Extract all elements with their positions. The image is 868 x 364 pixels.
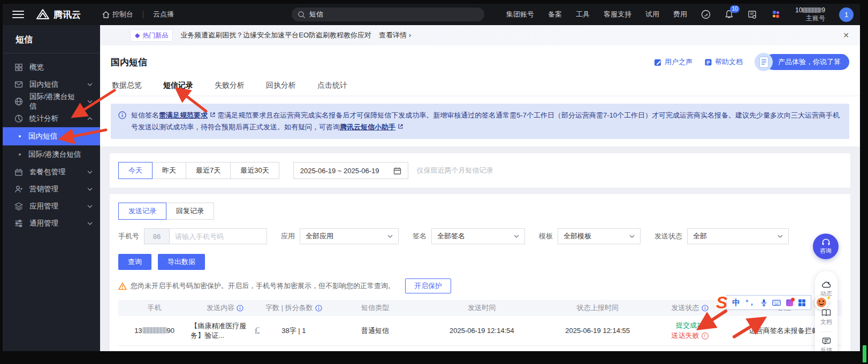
ime-language-toggle[interactable]: 中 <box>732 298 740 308</box>
sparkle-icon: ✦ <box>826 295 831 301</box>
hamburger-menu-icon[interactable] <box>12 11 24 18</box>
phone-blur <box>142 327 167 334</box>
pill-illustration <box>755 53 773 71</box>
menu-beian[interactable]: 备案 <box>548 10 562 19</box>
info-icon[interactable] <box>315 305 322 312</box>
promo-icon[interactable] <box>701 10 711 19</box>
sidebar-item-domestic-sms[interactable]: 国内短信 <box>3 76 100 93</box>
lexiang-colorful-icon[interactable] <box>771 9 781 20</box>
col-phone: 手机 <box>118 303 191 313</box>
menu-support[interactable]: 客服支持 <box>604 10 631 19</box>
clipboard-icon[interactable] <box>786 299 793 306</box>
ime-punctuation-toggle[interactable]: °， <box>745 298 755 307</box>
reply-records-tab[interactable]: 回复记录 <box>166 203 214 220</box>
help-doc-link[interactable]: 帮助文档 <box>704 57 743 67</box>
export-button[interactable]: 导出数据 <box>158 254 205 270</box>
phone-input[interactable] <box>170 228 267 244</box>
action-buttons: 查询 导出数据 <box>118 254 842 270</box>
today-button[interactable]: 今天 <box>118 162 153 179</box>
avatar[interactable]: 1 <box>839 7 854 22</box>
sidebar-item-overview[interactable]: 概览 <box>3 59 100 76</box>
product-experience-pill[interactable]: 产品体验，你说了算 <box>755 53 849 71</box>
enable-protection-button[interactable]: 开启保护 <box>405 278 451 293</box>
tab-failure-analysis[interactable]: 失败分析 <box>214 78 246 96</box>
menu-tools[interactable]: 工具 <box>576 10 590 19</box>
contract-doc-icon[interactable] <box>748 10 757 19</box>
last7days-button[interactable]: 最近7天 <box>186 162 231 179</box>
tab-receipt-analysis[interactable]: 回执分析 <box>265 78 297 96</box>
phone-label: 手机号 <box>118 231 139 241</box>
encrypt-warning-text: 您尚未开启手机号码加密保护。开启后，手机号将加密展示，但不影响您的正常查询。 <box>131 281 395 291</box>
table-row[interactable]: 1390 【痛康精准医疗服务】验证... 38字 | 1 普通短信 2025-0… <box>118 316 842 346</box>
cloud-logo-icon <box>36 9 50 20</box>
sidebar-item-package-mgmt[interactable]: 套餐包管理 <box>3 164 100 181</box>
yesterday-button[interactable]: 昨天 <box>152 162 186 179</box>
sms-assistant-link[interactable]: 腾讯云短信小助手 <box>340 123 395 131</box>
apps-grid-icon[interactable] <box>798 299 805 306</box>
query-button[interactable]: 查询 <box>118 254 151 270</box>
records-card: 发送记录 回复记录 手机号 86 应用 全部应用 <box>110 194 850 351</box>
send-records-tab[interactable]: 发送记录 <box>118 203 166 220</box>
cell-report-time: 2025-06-19 12:14:55 <box>542 327 654 335</box>
mail-icon <box>14 80 23 89</box>
status-success: 提交成功 <box>676 321 704 330</box>
sidebar-divider <box>3 53 100 53</box>
signature-select[interactable]: 全部签名 <box>431 228 525 244</box>
sidebar-subitem-domestic-sms[interactable]: 国内短信 <box>3 127 100 145</box>
banner-detail-link[interactable]: 查看详情 › <box>379 30 411 40</box>
bullet-dot <box>19 135 21 137</box>
info-icon[interactable] <box>237 305 243 312</box>
send-status-label: 发送状态 <box>654 231 682 241</box>
date-range-picker[interactable]: 2025-06-19 ~ 2025-06-19 <box>293 162 408 179</box>
template-select[interactable]: 全部模板 <box>558 228 641 244</box>
ime-assistant-icon[interactable]: ✦ <box>814 296 828 309</box>
country-code-box: 86 <box>144 228 170 244</box>
microphone-icon[interactable] <box>761 299 767 306</box>
menu-group-account[interactable]: 集团账号 <box>506 10 534 19</box>
sidebar-item-marketing-mgmt[interactable]: 营销管理 <box>3 181 100 198</box>
tab-data-overview[interactable]: 数据总览 <box>111 78 143 96</box>
promo-banner: ◆热门新品 业务频遭盗刷困扰？边缘安全加速平台EO防盗刷教程教你应对 查看详情 … <box>100 25 860 45</box>
search-icon <box>298 11 305 18</box>
account-id-blur <box>802 7 821 13</box>
sidebar-item-app-mgmt[interactable]: 应用管理 <box>3 198 100 215</box>
menu-trial[interactable]: 试用 <box>645 10 659 19</box>
send-status-select[interactable]: 全部 <box>687 228 789 244</box>
tab-sms-records[interactable]: 短信记录 <box>162 78 194 96</box>
tab-click-stats[interactable]: 点击统计 <box>316 78 348 96</box>
copy-icon[interactable] <box>255 327 259 334</box>
global-search-input[interactable]: 短信 <box>292 7 484 21</box>
sidebar-title: 短信 <box>3 25 100 53</box>
table-row[interactable]: 13290 【痛康精准医疗服务】您的... 37字 | 1 普通短信 2025-… <box>118 346 842 351</box>
sidebar-item-intl-sms[interactable]: 国际/港澳台短信 <box>3 93 100 110</box>
info-icon[interactable] <box>702 305 709 312</box>
sidebar-item-stats-analysis[interactable]: 统计分析 <box>3 110 100 127</box>
cell-content: 【痛康精准医疗服务】验证... <box>191 321 259 340</box>
hot-product-badge: ◆热门新品 <box>130 29 173 42</box>
sidebar-item-general-mgmt[interactable]: 通用管理 <box>3 215 100 232</box>
spec-requirement-link[interactable]: 需满足规范要求 <box>159 111 208 119</box>
feedback-button[interactable]: 反馈 <box>820 334 832 351</box>
user-voice-link[interactable]: 用户之声 <box>654 57 692 67</box>
external-link-icon <box>210 112 216 118</box>
app-select[interactable]: 全部应用 <box>300 228 399 244</box>
tencent-cloud-logo[interactable]: 腾讯云 <box>36 9 81 21</box>
sogou-logo-icon[interactable]: S <box>716 294 727 311</box>
account-info[interactable]: 109 主账号 <box>795 6 825 22</box>
keyboard-icon[interactable] <box>772 300 781 306</box>
vod-nav-link[interactable]: 云点播 <box>153 10 174 19</box>
package-icon <box>14 168 23 176</box>
consult-button[interactable]: 咨询 <box>813 234 839 259</box>
doc-icon <box>704 58 712 66</box>
console-nav-link[interactable]: 控制台 <box>102 10 133 19</box>
banner-close-icon[interactable]: ✕ <box>843 31 849 40</box>
menu-billing[interactable]: 费用 <box>673 10 687 19</box>
sidebar-subitem-intl-sms[interactable]: 国际/港澳台短信 <box>3 145 100 164</box>
error-info-icon[interactable]: ! <box>702 332 709 339</box>
last30days-button[interactable]: 最近30天 <box>230 162 279 179</box>
pie-chart-icon <box>14 114 23 123</box>
template-label: 模板 <box>539 231 553 241</box>
notification-bell-icon[interactable]: 10 <box>725 10 734 19</box>
sliders-icon <box>14 219 23 228</box>
chevron-down-icon <box>87 83 93 86</box>
